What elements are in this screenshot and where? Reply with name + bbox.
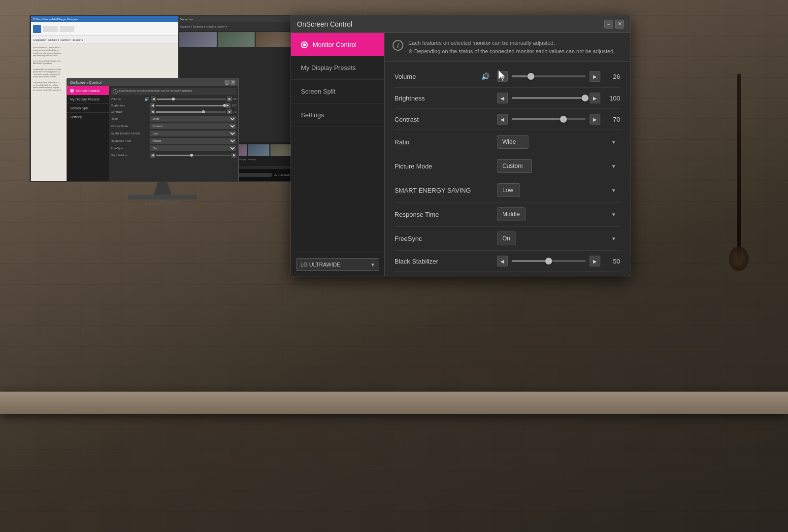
brightness-slider-fill [512, 97, 586, 99]
black-stabilizer-slider-thumb[interactable] [545, 258, 552, 265]
black-stabilizer-decrease-btn[interactable]: ◀ [497, 256, 508, 266]
small-freesync-select[interactable]: On [150, 145, 236, 151]
osc-sidebar: Monitor Control My Display Presets Scree… [291, 33, 385, 276]
picture-mode-select-arrow-icon: ▼ [611, 164, 616, 169]
lg-monitor: Ti Test Center-MailMerge Designer Gruppe… [30, 15, 296, 205]
small-ratio-select[interactable]: Wide [150, 116, 236, 122]
small-osc-title: OnScreen Control [70, 80, 101, 85]
volume-slider-track[interactable] [512, 75, 586, 77]
osc-body: Monitor Control My Display Presets Scree… [291, 33, 630, 276]
small-freesync-row: FreeSync On [111, 145, 236, 151]
brightness-slider-track[interactable] [512, 97, 586, 99]
small-brightness-row: Brightness ◀ ▶ 100 [111, 103, 236, 108]
table-surface [0, 392, 788, 414]
small-sidebar-screen-split[interactable]: Screen Split [67, 104, 109, 113]
small-picture-mode-row: Picture Mode Custom [111, 123, 236, 129]
brightness-slider-thumb[interactable] [582, 95, 589, 101]
volume-label: Volume [394, 73, 473, 80]
osc-minimize-btn[interactable]: − [604, 20, 613, 29]
brightness-slider-container: ◀ ▶ 100 [497, 93, 620, 103]
energy-saving-label: SMART ENERGY SAVING [394, 187, 473, 194]
small-close-btn[interactable]: ✕ [230, 80, 235, 85]
sidebar-monitor-select-area: LG ULTRAWIDE ▼ [291, 253, 384, 276]
ratio-select-wrapper: Wide Original 4:3 ▼ [497, 135, 620, 149]
osc-title: OnScreen Control [297, 20, 352, 28]
energy-saving-select-wrapper: Low High Off ▼ [497, 183, 620, 197]
small-response-select[interactable]: Middle [150, 138, 236, 144]
sidebar-display-presets[interactable]: My Display Presets [291, 56, 384, 80]
ratio-control-row: Ratio Wide Original 4:3 ▼ [394, 130, 620, 154]
osc-main-window: OnScreen Control − ✕ Monitor Control My … [291, 15, 630, 276]
ratio-select[interactable]: Wide Original 4:3 [497, 135, 528, 149]
small-sidebar-settings[interactable]: Settings [67, 113, 109, 121]
volume-decrease-btn[interactable]: ◀ [497, 71, 508, 82]
sidebar-active-label: Monitor Control [313, 41, 357, 48]
small-response-row: Response Time Middle [111, 138, 236, 144]
ratio-select-arrow-icon: ▼ [611, 139, 616, 145]
small-volume-row: Volume 🔊 ◀ ▶ 26 [111, 97, 236, 101]
small-osc-sidebar: Monitor Control My Display Presets Scree… [67, 86, 109, 181]
brightness-label: Brightness [394, 95, 473, 102]
contrast-slider-thumb[interactable] [560, 116, 567, 123]
energy-saving-select[interactable]: Low High Off [497, 183, 520, 197]
black-stabilizer-slider-fill [512, 260, 549, 262]
sidebar-radio-inner [303, 43, 306, 46]
osc-controls-panel: Volume 🔊 ◀ ▶ 26 Brightness [385, 62, 630, 276]
black-stabilizer-label: Black Stabilizer [394, 258, 473, 265]
small-minimize-btn[interactable]: _ [225, 80, 230, 85]
small-sidebar-monitor-control[interactable]: Monitor Control [67, 86, 109, 95]
monitor-select-wrapper: LG ULTRAWIDE ▼ [296, 258, 379, 271]
info-line1: Each features on selected monitor can be… [408, 40, 555, 46]
monitor-screen: Ti Test Center-MailMerge Designer Gruppe… [30, 15, 296, 182]
response-time-select[interactable]: Middle Fast Faster [497, 207, 525, 221]
info-line2: ※ Depending on the status of the connect… [408, 48, 615, 54]
contrast-slider-track[interactable] [512, 118, 586, 120]
brightness-control-row: Brightness ◀ ▶ 100 [394, 88, 620, 109]
energy-saving-select-arrow-icon: ▼ [611, 188, 616, 193]
brightness-decrease-btn[interactable]: ◀ [497, 93, 508, 103]
picture-mode-control-row: Picture Mode Custom Standard Cinema Game… [394, 154, 620, 178]
small-osc-main: i Each features on selected monitor can … [109, 86, 238, 181]
contrast-slider-container: ◀ ▶ 70 [497, 114, 620, 125]
picture-mode-select-wrapper: Custom Standard Cinema Game ▼ [497, 159, 620, 173]
small-picture-mode-select[interactable]: Custom [150, 123, 236, 129]
small-energy-row: SMART ENERGY SAVING Low [111, 131, 236, 136]
osc-close-btn[interactable]: ✕ [615, 20, 624, 29]
small-contrast-row: Contrast ◀ ▶ 70 [111, 109, 236, 114]
picture-mode-select[interactable]: Custom Standard Cinema Game [497, 159, 532, 173]
small-osc-titlebar: OnScreen Control _ ✕ [67, 78, 238, 86]
freesync-select[interactable]: On Off [497, 232, 516, 245]
contrast-increase-btn[interactable]: ▶ [590, 114, 600, 125]
sidebar-screen-split[interactable]: Screen Split [291, 80, 384, 103]
osc-main-panel: i Each features on selected monitor can … [385, 33, 630, 276]
monitor-screen-content: Ti Test Center-MailMerge Designer Gruppe… [31, 16, 294, 181]
volume-slider-thumb[interactable] [527, 73, 534, 80]
contrast-value: 70 [604, 116, 620, 123]
freesync-label: FreeSync [394, 235, 473, 242]
contrast-control-row: Contrast ◀ ▶ 70 [394, 109, 620, 130]
sidebar-settings[interactable]: Settings [291, 103, 384, 127]
volume-icon: 🔊 [479, 70, 491, 82]
monitor-select-dropdown[interactable]: LG ULTRAWIDE [296, 258, 379, 271]
response-time-select-wrapper: Middle Fast Faster ▼ [497, 207, 620, 221]
volume-control-row: Volume 🔊 ◀ ▶ 26 [394, 66, 620, 88]
freesync-select-wrapper: On Off ▼ [497, 232, 620, 245]
monitor-base [128, 195, 197, 200]
freesync-control-row: FreeSync On Off ▼ [394, 227, 620, 251]
picture-mode-label: Picture Mode [394, 163, 473, 170]
small-sidebar-display-presets[interactable]: My Display Presets [67, 95, 109, 104]
response-time-control-row: Response Time Middle Fast Faster ▼ [394, 202, 620, 227]
small-osc-window[interactable]: OnScreen Control _ ✕ Monitor Control [66, 78, 239, 181]
volume-increase-btn[interactable]: ▶ [590, 71, 600, 82]
contrast-decrease-btn[interactable]: ◀ [497, 114, 508, 125]
response-time-select-arrow-icon: ▼ [611, 212, 616, 217]
small-energy-select[interactable]: Low [150, 131, 236, 136]
brightness-increase-btn[interactable]: ▶ [590, 93, 600, 103]
small-ratio-row: Ratio Wide [111, 116, 236, 122]
sidebar-monitor-control-btn[interactable]: Monitor Control [291, 33, 384, 56]
info-text: Each features on selected monitor can be… [408, 39, 615, 55]
brightness-value: 100 [604, 95, 620, 102]
guitar-body [729, 246, 749, 271]
black-stabilizer-increase-btn[interactable]: ▶ [590, 256, 600, 266]
black-stabilizer-slider-track[interactable] [512, 260, 586, 262]
